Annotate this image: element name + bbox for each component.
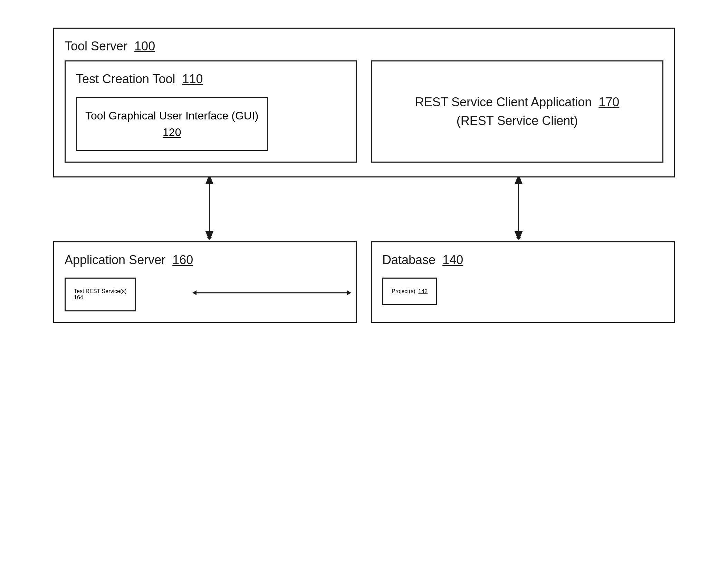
app-server-box: Application Server 160 Test REST Service… <box>53 241 357 323</box>
projects-box: Project(s) 142 <box>382 278 437 305</box>
test-creation-tool-box: Test Creation Tool 110 Tool Graphical Us… <box>65 60 357 163</box>
database-label: Database 140 <box>382 253 663 267</box>
gui-box: Tool Graphical User Interface (GUI) 120 <box>76 97 268 151</box>
test-creation-tool-label: Test Creation Tool 110 <box>76 72 346 86</box>
gui-label: Tool Graphical User Interface (GUI) 120 <box>85 107 259 141</box>
database-box: Database 140 Project(s) 142 <box>371 241 675 323</box>
bottom-row: Application Server 160 Test REST Service… <box>53 241 675 323</box>
arrows-area <box>53 177 675 241</box>
rest-services-box: Test REST Service(s) 164 <box>65 278 136 311</box>
arrows-svg <box>53 177 675 240</box>
inner-row: Test Creation Tool 110 Tool Graphical Us… <box>65 60 663 163</box>
rest-client-box: REST Service Client Application 170 (RES… <box>371 60 663 163</box>
projects-label: Project(s) 142 <box>392 288 428 294</box>
tool-server-box: Tool Server 100 Test Creation Tool 110 T… <box>53 28 675 177</box>
diagram-container: Tool Server 100 Test Creation Tool 110 T… <box>36 28 692 552</box>
rest-client-label: REST Service Client Application 170 (RES… <box>415 93 620 130</box>
rest-services-label: Test REST Service(s) 164 <box>74 288 127 301</box>
tool-server-label: Tool Server 100 <box>65 39 663 54</box>
horizontal-arrow-area <box>192 288 351 298</box>
app-server-label: Application Server 160 <box>65 253 346 267</box>
